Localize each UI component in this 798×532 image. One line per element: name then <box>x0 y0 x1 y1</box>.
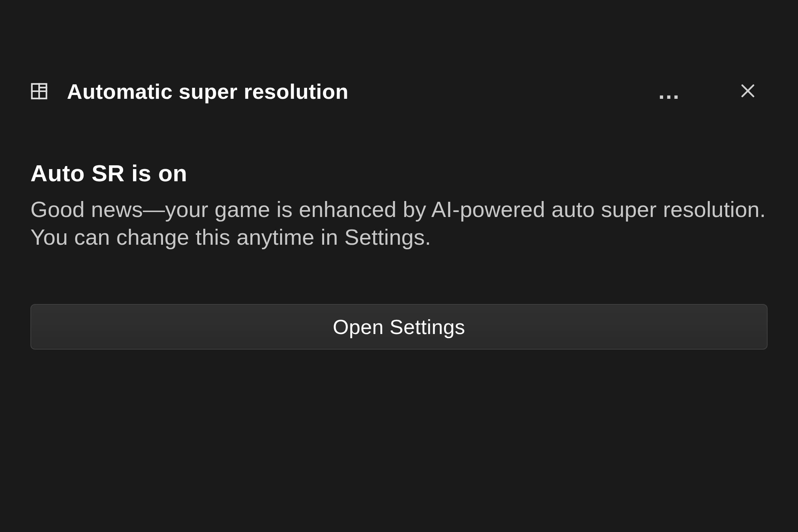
more-button[interactable]: … <box>654 76 686 106</box>
more-icon: … <box>657 78 682 104</box>
notification-title: Automatic super resolution <box>67 79 635 104</box>
notification-header: Automatic super resolution … <box>30 76 768 106</box>
notification-body: Good news—your game is enhanced by AI-po… <box>30 196 768 251</box>
notification-actions: Open Settings <box>30 304 768 350</box>
close-button[interactable] <box>736 79 760 104</box>
open-settings-button[interactable]: Open Settings <box>30 304 768 350</box>
grid-icon <box>30 82 48 100</box>
notification-card: Automatic super resolution … Auto SR is … <box>0 0 798 532</box>
close-icon <box>739 82 756 100</box>
header-actions: … <box>654 76 768 106</box>
notification-heading: Auto SR is on <box>30 160 768 187</box>
